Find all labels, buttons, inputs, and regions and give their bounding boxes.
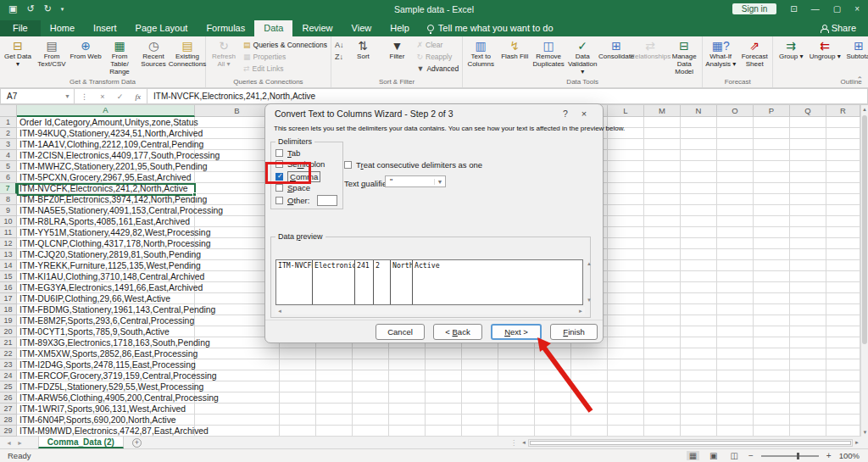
cell-R19[interactable] [826, 315, 860, 326]
cell-O7[interactable] [717, 183, 754, 194]
cell-J24[interactable] [535, 370, 571, 381]
cell-L15[interactable] [608, 271, 644, 282]
cell-J28[interactable] [535, 415, 571, 426]
collapse-ribbon-icon[interactable]: ⌃ [856, 75, 863, 84]
cell-J26[interactable] [535, 392, 571, 404]
cell-C26[interactable] [280, 392, 316, 404]
selected-cell-outline[interactable] [17, 183, 196, 196]
cell-P28[interactable] [754, 415, 790, 426]
row-header-6[interactable]: 6 [0, 172, 17, 183]
cell-L28[interactable] [608, 415, 644, 426]
column-header-L[interactable]: L [608, 105, 644, 117]
forecast-sheet-button[interactable]: ⇗Forecast Sheet [737, 37, 771, 78]
cell-N16[interactable] [681, 282, 717, 293]
cell-C24[interactable] [280, 370, 316, 381]
cell-K25[interactable] [571, 381, 608, 392]
cell-M29[interactable] [644, 426, 681, 437]
cell-N13[interactable] [681, 249, 717, 260]
cell-O24[interactable] [717, 370, 754, 381]
tab-formulas[interactable]: Formulas [197, 20, 254, 36]
horizontal-scroll-track[interactable] [528, 439, 853, 447]
tab-file[interactable]: File [0, 20, 41, 36]
cell-Q12[interactable] [790, 238, 826, 249]
close-icon[interactable]: × [854, 4, 860, 14]
cell-C22[interactable] [280, 348, 316, 359]
cell-F26[interactable] [389, 392, 426, 404]
cell-L25[interactable] [608, 381, 644, 392]
zoom-in-icon[interactable]: + [826, 451, 832, 460]
cell-O26[interactable] [717, 392, 754, 404]
cell-R4[interactable] [826, 150, 860, 161]
cell-L6[interactable] [608, 172, 644, 183]
cell-M26[interactable] [644, 392, 681, 404]
cell-M1[interactable] [644, 117, 681, 128]
row-header-26[interactable]: 26 [0, 392, 17, 404]
cell-H27[interactable] [462, 404, 498, 415]
cell-O11[interactable] [717, 227, 754, 238]
cell-K29[interactable] [571, 426, 608, 437]
cell-M16[interactable] [644, 282, 681, 293]
cell-P9[interactable] [754, 205, 790, 216]
row-header-7[interactable]: 7 [0, 183, 17, 194]
cell-B23[interactable] [195, 359, 280, 370]
cell-L17[interactable] [608, 293, 644, 304]
cell-P24[interactable] [754, 370, 790, 381]
cell-I25[interactable] [498, 381, 535, 392]
cell-G22[interactable] [426, 348, 462, 359]
from-text-csv-button[interactable]: ▤From Text/CSV [35, 37, 69, 78]
cell-N14[interactable] [681, 260, 717, 271]
cell-A27[interactable]: ITM-1WRI7,Sports,906,131,West,Archived [17, 404, 195, 415]
cell-L23[interactable] [608, 359, 644, 370]
cell-P6[interactable] [754, 172, 790, 183]
cancel-entry-icon[interactable]: × [100, 92, 104, 101]
cell-L26[interactable] [608, 392, 644, 404]
cell-A14[interactable]: ITM-YREKK,Furniture,1125,135,West,Pendin… [17, 260, 195, 271]
cell-N7[interactable] [681, 183, 717, 194]
insert-function-icon[interactable]: fx [135, 92, 141, 101]
cell-D28[interactable] [316, 415, 353, 426]
cell-N6[interactable] [681, 172, 717, 183]
row-header-19[interactable]: 19 [0, 315, 17, 326]
dialog-help-icon[interactable]: ? [556, 109, 575, 119]
cell-P7[interactable] [754, 183, 790, 194]
dialog-title-bar[interactable]: Convert Text to Columns Wizard - Step 2 … [265, 104, 603, 122]
tab-page-layout[interactable]: Page Layout [126, 20, 198, 36]
cell-R14[interactable] [826, 260, 860, 271]
cell-P27[interactable] [754, 404, 790, 415]
scroll-down-icon[interactable]: ▼ [861, 428, 868, 437]
cell-A20[interactable]: ITM-0CYT1,Sports,785,9,South,Active [17, 326, 195, 337]
cell-O25[interactable] [717, 381, 754, 392]
cell-G23[interactable] [426, 359, 462, 370]
cell-J29[interactable] [535, 426, 571, 437]
cell-E24[interactable] [353, 370, 389, 381]
dialog-close-icon[interactable]: × [575, 109, 593, 119]
cell-R9[interactable] [826, 205, 860, 216]
cell-C25[interactable] [280, 381, 316, 392]
cell-C29[interactable] [280, 426, 316, 437]
cell-N8[interactable] [681, 194, 717, 205]
column-header-O[interactable]: O [717, 105, 754, 117]
cell-R24[interactable] [826, 370, 860, 381]
cell-N26[interactable] [681, 392, 717, 404]
cell-A19[interactable]: ITM-E8M2F,Sports,293,6,Central,Processin… [17, 315, 195, 326]
cell-P25[interactable] [754, 381, 790, 392]
cell-L3[interactable] [608, 139, 644, 150]
cancel-button[interactable]: Cancel [376, 324, 425, 340]
cell-J23[interactable] [535, 359, 571, 370]
row-header-5[interactable]: 5 [0, 161, 17, 172]
cell-R23[interactable] [826, 359, 860, 370]
cell-L24[interactable] [608, 370, 644, 381]
cell-R26[interactable] [826, 392, 860, 404]
cell-Q4[interactable] [790, 150, 826, 161]
cell-A2[interactable]: ITM-94KUQ,Stationery,4234,51,North,Archi… [17, 128, 195, 139]
tab-home[interactable]: Home [41, 20, 84, 36]
cell-M21[interactable] [644, 337, 681, 348]
cell-L9[interactable] [608, 205, 644, 216]
cell-N2[interactable] [681, 128, 717, 139]
cell-K28[interactable] [571, 415, 608, 426]
cell-Q23[interactable] [790, 359, 826, 370]
text-qualifier-dropdown[interactable]: " ▼ [385, 175, 446, 187]
cell-J25[interactable] [535, 381, 571, 392]
cell-O21[interactable] [717, 337, 754, 348]
cell-L20[interactable] [608, 326, 644, 337]
